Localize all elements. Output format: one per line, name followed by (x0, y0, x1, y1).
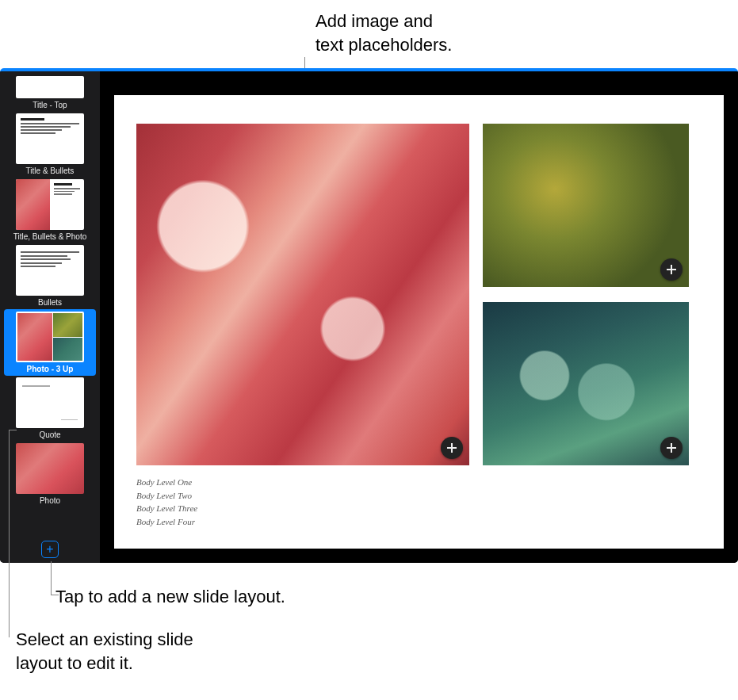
sidebar-item-title-bullets-photo[interactable]: Title, Bullets & Photo (0, 178, 100, 243)
plus-icon (666, 442, 677, 453)
add-placeholder-button[interactable] (660, 437, 683, 459)
slide-thumbnail (16, 245, 84, 296)
image-placeholder-1[interactable] (136, 124, 469, 465)
slide-canvas-area: Body Level One Body Level Two Body Level… (100, 71, 738, 563)
slide-layout-sidebar: Title - Top Title & Bullets Title, Bulle… (0, 71, 100, 563)
slide-thumbnail (16, 113, 84, 164)
sidebar-item-label: Title, Bullets & Photo (13, 232, 86, 241)
add-placeholder-button[interactable] (441, 437, 463, 459)
plus-icon (666, 264, 677, 275)
callout-line (9, 430, 17, 430)
photo-grid (136, 124, 702, 466)
sidebar-item-bullets[interactable]: Bullets (0, 243, 100, 309)
sidebar-item-title-top[interactable]: Title - Top (0, 75, 100, 112)
slide-thumbnail (16, 179, 84, 230)
sidebar-item-label: Photo - 3 Up (27, 365, 74, 373)
sidebar-item-label: Title - Top (33, 101, 67, 109)
body-level-line: Body Level Four (136, 515, 702, 529)
slide-thumbnail (16, 443, 84, 494)
callout-line (9, 430, 10, 637)
sidebar-item-photo-3-up[interactable]: Photo - 3 Up (4, 309, 96, 376)
callout-select-layout: Select an existing slide layout to edit … (16, 628, 193, 675)
sidebar-item-label: Title & Bullets (26, 166, 75, 175)
app-window: Title - Top Title & Bullets Title, Bulle… (0, 68, 738, 563)
slide[interactable]: Body Level One Body Level Two Body Level… (114, 95, 724, 549)
body-level-line: Body Level Two (136, 489, 702, 503)
body-text-placeholder[interactable]: Body Level One Body Level Two Body Level… (136, 476, 702, 528)
callout-add-new-layout: Tap to add a new slide layout. (55, 585, 285, 609)
callout-line (51, 561, 52, 595)
body-level-line: Body Level Three (136, 502, 702, 515)
image-placeholder-3[interactable] (483, 302, 689, 465)
plus-icon (446, 442, 457, 453)
slide-thumbnail (16, 312, 84, 362)
sidebar-item-label: Bullets (38, 298, 62, 307)
slide-thumbnail (16, 377, 84, 428)
sidebar-item-label: Quote (39, 430, 60, 439)
sidebar-item-photo[interactable]: Photo (0, 442, 100, 507)
slide-thumbnail (16, 76, 84, 98)
plus-icon: + (46, 543, 53, 556)
sidebar-item-label: Photo (40, 496, 60, 505)
body-level-line: Body Level One (136, 476, 702, 489)
sidebar-item-title-bullets[interactable]: Title & Bullets (0, 112, 100, 178)
image-placeholder-2[interactable] (483, 124, 689, 287)
sidebar-item-quote[interactable]: Quote (0, 376, 100, 442)
add-slide-layout-button[interactable]: + (41, 541, 59, 558)
add-placeholder-button[interactable] (660, 258, 683, 281)
callout-add-placeholders: Add image and text placeholders. (315, 10, 452, 56)
